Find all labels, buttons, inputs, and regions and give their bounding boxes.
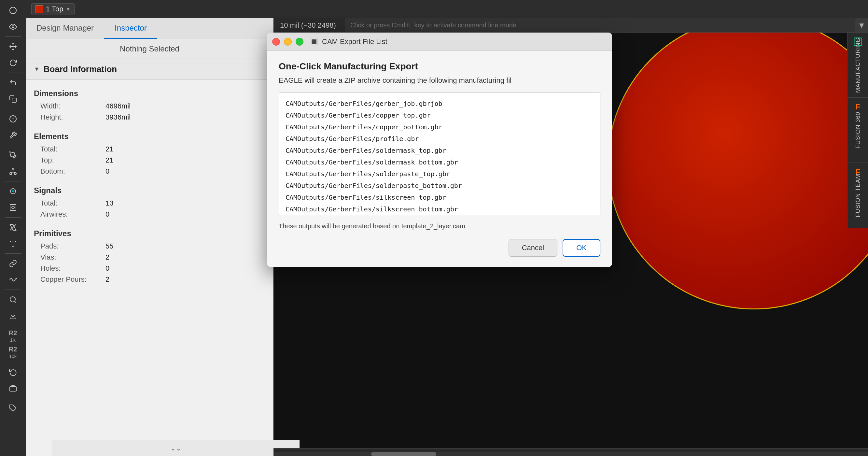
vias-value: 2 [105, 253, 110, 262]
command-dropdown[interactable]: ▼ [855, 18, 868, 32]
file-list-item: CAMOutputs/GerberFiles/copper_bottom.gbr [285, 121, 593, 133]
svg-line-14 [13, 172, 15, 173]
elements-header-row: Elements [34, 128, 265, 144]
signals-total-label: Total: [34, 199, 105, 208]
width-label: Width: [34, 102, 105, 111]
primitives-label: Primitives [34, 226, 71, 239]
pads-label: Pads: [34, 242, 105, 250]
command-input[interactable] [345, 18, 855, 32]
elements-bottom-label: Bottom: [34, 167, 105, 176]
signals-total-value: 13 [105, 199, 113, 208]
drc-icon[interactable] [3, 292, 23, 307]
file-list-item: CAMOutputs/GerberFiles/solderpaste_botto… [285, 180, 593, 191]
copy-icon[interactable] [3, 91, 23, 107]
info-icon[interactable] [3, 3, 23, 18]
tag-icon[interactable] [3, 400, 23, 416]
svg-point-12 [10, 173, 12, 175]
line-icon[interactable] [3, 219, 23, 235]
ok-button[interactable]: OK [563, 239, 600, 257]
elements-top-label: Top: [34, 156, 105, 164]
dimensions-row: Dimensions [34, 85, 265, 101]
elements-top-row: Top: 21 [34, 155, 265, 166]
minimize-button[interactable] [284, 38, 292, 45]
undo-icon[interactable] [3, 75, 23, 91]
fusion360-panel-item[interactable]: F FUSION 360 [847, 98, 868, 163]
holes-row: Holes: 0 [34, 263, 265, 274]
layer-selector[interactable]: 1 Top ▼ [31, 3, 74, 15]
fusion-team-panel-item[interactable]: F FUSION TEAM [847, 163, 868, 228]
file-list-item: CAMOutputs/GerberFiles/soldermask_bottom… [285, 156, 593, 168]
rotate-icon[interactable] [3, 55, 23, 71]
dimensions-group: Dimensions Width: 4696mil Height: 3936mi… [26, 83, 273, 125]
left-toolbar: R2 1K R2 10k [0, 0, 26, 456]
tab-design-manager[interactable]: Design Manager [26, 18, 104, 39]
coordinate-display: 10 mil (−30 2498) [274, 21, 345, 30]
copper-pours-label: Copper Pours: [34, 275, 105, 284]
tab-inspector-label: Inspector [115, 24, 147, 33]
primitives-header-row: Primitives [34, 225, 265, 241]
dimensions-label: Dimensions [34, 86, 78, 99]
scrollbar-thumb[interactable] [371, 452, 436, 456]
svg-rect-18 [10, 205, 16, 210]
layer-name-label: 1 Top [46, 5, 63, 13]
text-icon[interactable] [3, 236, 23, 251]
wave-icon[interactable] [3, 272, 23, 287]
bottom-scrollbar [274, 448, 868, 456]
right-side-panel: MANUFACTURING F FUSION 360 F FUSION TEAM [847, 33, 868, 228]
file-list-item: CAMOutputs/DrillFiles/drill_1_16.xln [285, 215, 593, 216]
elements-top-value: 21 [105, 156, 113, 164]
pencil-route-icon[interactable] [3, 147, 23, 163]
node-icon[interactable] [3, 163, 23, 179]
svg-line-15 [11, 172, 13, 173]
dialog-body: One-Click Manufacturing Export EAGLE wil… [267, 51, 612, 267]
toolbar-divider-7 [5, 253, 21, 254]
tab-inspector[interactable]: Inspector [104, 18, 157, 39]
toolbar-divider-6 [5, 217, 21, 218]
pads-value: 55 [105, 242, 113, 250]
add-icon[interactable] [3, 111, 23, 127]
manufacturing-panel-item[interactable]: MANUFACTURING [847, 33, 868, 98]
via-icon[interactable] [3, 183, 23, 199]
wrench-icon[interactable] [3, 127, 23, 143]
toolbar-divider-11 [5, 398, 21, 398]
scrollbar-track[interactable] [274, 452, 868, 456]
close-button[interactable] [272, 38, 280, 45]
file-list-box[interactable]: CAMOutputs/GerberFiles/gerber_job.gbrjob… [279, 92, 600, 216]
undo2-icon[interactable] [3, 364, 23, 380]
svg-point-24 [10, 297, 15, 302]
export-icon[interactable] [3, 308, 23, 324]
svg-line-21 [10, 224, 16, 230]
fusion-team-label: FUSION TEAM [855, 174, 862, 217]
file-list-item: CAMOutputs/GerberFiles/solderpaste_top.g… [285, 168, 593, 180]
file-list-item: CAMOutputs/GerberFiles/silkscreen_bottom… [285, 203, 593, 215]
elements-total-row: Total: 21 [34, 144, 265, 155]
group-icon[interactable] [3, 381, 23, 396]
pads-row: Pads: 55 [34, 241, 265, 252]
top-toolbar: 1 Top ▼ [26, 0, 868, 18]
dialog-heading: One-Click Manufacturing Export [279, 61, 600, 72]
pad-icon[interactable] [3, 200, 23, 215]
manufacturing-label: MANUFACTURING [855, 37, 862, 93]
fusion360-label: FUSION 360 [855, 112, 862, 149]
airwires-value: 0 [105, 210, 110, 218]
panel-tabs: Design Manager Inspector [26, 18, 273, 39]
panel-collapse-button[interactable]: ⌄⌄ [52, 440, 300, 456]
vias-row: Vias: 2 [34, 252, 265, 263]
toolbar-divider-5 [5, 181, 21, 181]
primitives-group: Primitives Pads: 55 Vias: 2 Holes: 0 Cop… [26, 222, 273, 287]
file-list-item: CAMOutputs/GerberFiles/soldermask_top.gb… [285, 145, 593, 156]
file-list-item: CAMOutputs/GerberFiles/profile.gbr [285, 133, 593, 145]
toolbar-divider-3 [5, 109, 21, 109]
cancel-button[interactable]: Cancel [508, 239, 557, 257]
airwires-row: Airwires: 0 [34, 209, 265, 220]
elements-bottom-value: 0 [105, 167, 110, 176]
board-info-table: Dimensions Width: 4696mil Height: 3936mi… [26, 80, 273, 290]
move-icon[interactable] [3, 39, 23, 54]
connect-icon[interactable] [3, 256, 23, 271]
layer-dropdown-arrow: ▼ [66, 6, 70, 12]
maximize-button[interactable] [296, 38, 304, 45]
airwires-label: Airwires: [34, 210, 105, 218]
copper-pours-row: Copper Pours: 2 [34, 274, 265, 285]
vias-label: Vias: [34, 253, 105, 262]
eye-icon[interactable] [3, 19, 23, 34]
